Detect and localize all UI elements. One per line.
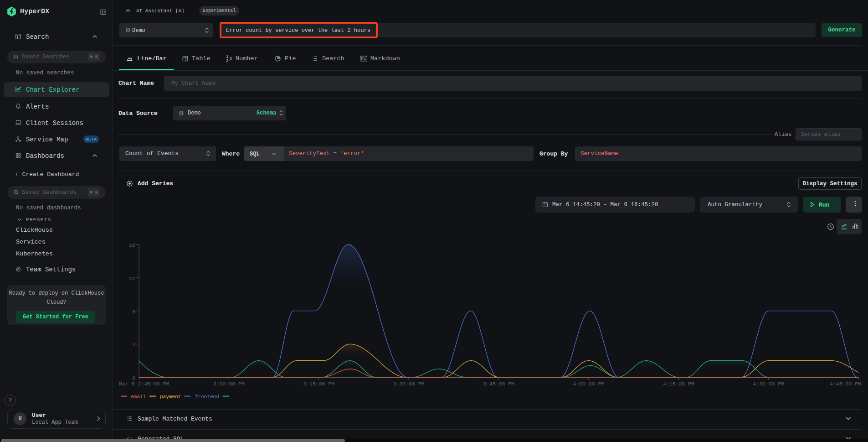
svg-text:12: 12 [129,276,135,281]
svg-text:4:30:00 PM: 4:30:00 PM [753,381,784,387]
svg-text:4:15:00 PM: 4:15:00 PM [663,381,694,387]
svg-text:16: 16 [129,242,135,248]
svg-text:4:45:00 PM: 4:45:00 PM [830,381,861,387]
svg-text:4:00:00 PM: 4:00:00 PM [573,381,604,387]
svg-text:8: 8 [132,309,135,315]
svg-text:email: email [131,394,146,400]
svg-text:3:15:00 PM: 3:15:00 PM [303,381,334,387]
svg-text:2: 2 [226,59,228,62]
svg-text:4: 4 [132,342,135,348]
svg-text:3:30:00 PM: 3:30:00 PM [393,381,424,387]
svg-text:3:00:00 PM: 3:00:00 PM [213,381,245,387]
svg-text:3:45:00 PM: 3:45:00 PM [483,381,514,387]
svg-text:payment: payment [160,394,181,400]
svg-text:frontend: frontend [195,394,219,400]
svg-text:Mar 6 2:45:00 PM: Mar 6 2:45:00 PM [119,381,169,387]
svg-text:0: 0 [132,375,135,381]
svg-text:3: 3 [230,57,232,61]
